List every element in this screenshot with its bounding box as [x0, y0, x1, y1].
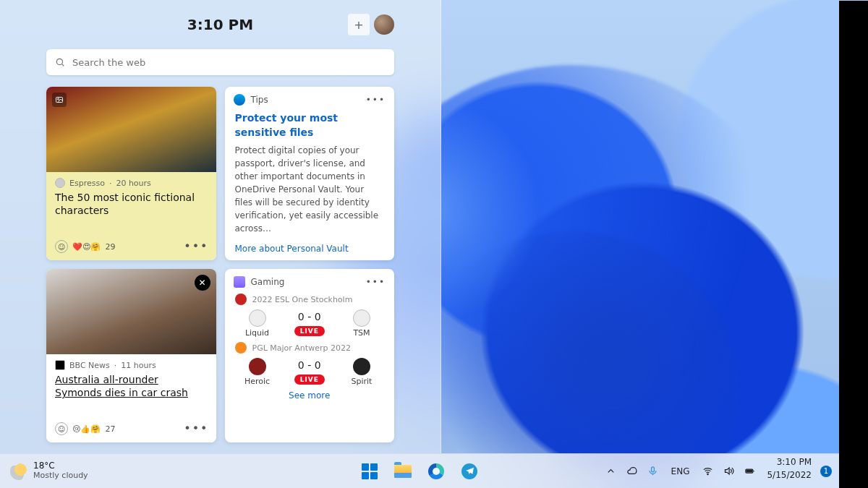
source-name: Espresso: [69, 179, 105, 188]
svg-point-0: [56, 59, 62, 64]
news-thumbnail: [46, 87, 216, 172]
news-source: BBC News · 11 hours: [55, 360, 208, 370]
weather-widget-button[interactable]: 18°C Mostly cloudy: [0, 454, 98, 488]
source-icon: [55, 360, 65, 370]
gaming-card[interactable]: Gaming ••• 2022 ESL One Stockholm Liquid…: [225, 269, 395, 442]
taskbar-time: 3:10 PM: [777, 457, 812, 467]
team-icon: [353, 358, 370, 375]
svg-rect-4: [651, 467, 654, 472]
svg-point-3: [58, 98, 59, 100]
tournament-name: 2022 ESL One Stockholm: [225, 291, 395, 308]
add-reaction-button[interactable]: ☺: [55, 422, 68, 435]
wifi-button[interactable]: [698, 457, 718, 486]
tips-icon: [234, 94, 245, 106]
live-badge: LIVE: [294, 326, 325, 336]
team-icon: [249, 309, 266, 327]
team-name: Liquid: [245, 328, 269, 338]
user-avatar[interactable]: [374, 14, 394, 35]
news-card[interactable]: Espresso · 20 hours The 50 most iconic f…: [46, 87, 216, 260]
see-more-link[interactable]: See more: [225, 388, 395, 403]
taskbar-date: 5/15/2022: [767, 470, 812, 480]
svg-point-5: [707, 474, 708, 474]
news-headline: The 50 most iconic fictional characters: [55, 191, 208, 217]
dismiss-button[interactable]: ✕: [195, 275, 210, 291]
start-button[interactable]: [355, 457, 384, 486]
source-name: BBC News: [69, 361, 110, 370]
widgets-panel: 3:10 PM + Espresso: [0, 0, 441, 453]
battery-button[interactable]: [740, 457, 760, 486]
clock-button[interactable]: 3:10 PM 5/15/2022: [761, 457, 817, 486]
card-more-button[interactable]: •••: [184, 421, 208, 435]
language-button[interactable]: ENG: [664, 457, 697, 486]
widgets-clock: 3:10 PM: [187, 16, 253, 33]
microphone-icon: [647, 466, 658, 476]
news-thumbnail: ✕: [46, 269, 216, 354]
search-input[interactable]: [72, 57, 386, 68]
card-more-button[interactable]: •••: [366, 95, 386, 105]
gaming-icon: [234, 276, 245, 288]
windows-icon: [362, 463, 378, 479]
search-icon: [55, 57, 65, 67]
edge-button[interactable]: [422, 457, 451, 486]
tips-body: Protect digital copies of your passport,…: [225, 140, 395, 239]
tray-overflow-button[interactable]: [601, 457, 621, 486]
microphone-tray-icon[interactable]: [643, 457, 663, 486]
notifications-button[interactable]: 1: [820, 466, 832, 477]
svg-rect-8: [747, 470, 753, 472]
match-score: 0 - 0: [294, 359, 325, 371]
taskbar: 18°C Mostly cloudy ENG: [0, 453, 839, 488]
gaming-label: Gaming: [251, 277, 285, 287]
tips-card[interactable]: Tips ••• Protect your most sensitive fil…: [225, 87, 395, 260]
battery-icon: [744, 466, 755, 476]
team-name: TSM: [353, 328, 370, 338]
live-badge: LIVE: [294, 374, 325, 385]
page-dots[interactable]: [225, 258, 395, 260]
folder-icon: [394, 465, 412, 478]
tournament-icon: [235, 294, 247, 305]
weather-desc: Mostly cloudy: [33, 471, 88, 481]
match-score: 0 - 0: [294, 311, 325, 322]
team-icon: [249, 358, 266, 375]
widgets-header: 3:10 PM +: [46, 9, 394, 40]
tips-title: Protect your most sensitive files: [225, 108, 395, 140]
tournament-name: PGL Major Antwerp 2022: [225, 339, 395, 356]
gallery-icon: [52, 93, 67, 107]
speaker-icon: [723, 466, 734, 476]
search-box[interactable]: [46, 49, 394, 75]
volume-button[interactable]: [719, 457, 739, 486]
reaction-count: 27: [105, 424, 115, 434]
weather-temp: 18°C: [33, 461, 88, 471]
weather-icon: [10, 463, 27, 480]
tips-label: Tips: [251, 95, 268, 105]
reaction-count: 29: [105, 242, 115, 252]
tournament-icon: [235, 342, 247, 354]
add-widget-button[interactable]: +: [348, 14, 370, 35]
team-name: Spirit: [352, 377, 373, 386]
match-row[interactable]: Heroic 0 - 0 LIVE Spirit: [225, 356, 395, 388]
telegram-icon: [461, 463, 477, 479]
team-name: Heroic: [244, 377, 270, 386]
reaction-icons: ❤️😍🤗: [72, 242, 101, 252]
news-age: 20 hours: [116, 179, 150, 188]
svg-marker-6: [726, 468, 730, 474]
wifi-icon: [702, 466, 713, 476]
file-explorer-button[interactable]: [388, 457, 417, 486]
tips-link[interactable]: More about Personal Vault: [225, 239, 395, 258]
match-row[interactable]: Liquid 0 - 0 LIVE TSM: [225, 308, 395, 339]
news-source: Espresso · 20 hours: [55, 178, 208, 188]
cloud-icon: [626, 466, 637, 476]
card-more-button[interactable]: •••: [184, 239, 208, 253]
source-icon: [55, 178, 65, 188]
edge-icon: [428, 463, 444, 479]
team-icon: [353, 309, 370, 327]
news-age: 11 hours: [121, 361, 156, 370]
chevron-up-icon: [605, 466, 616, 476]
svg-line-1: [62, 64, 64, 67]
onedrive-tray-icon[interactable]: [622, 457, 642, 486]
reaction-icons: 😢👍🤗: [72, 424, 101, 434]
card-more-button[interactable]: •••: [366, 277, 386, 287]
add-reaction-button[interactable]: ☺: [55, 240, 68, 253]
news-card[interactable]: ✕ BBC News · 11 hours Australia all-roun…: [46, 269, 216, 442]
news-headline: Australia all-rounder Symonds dies in ca…: [55, 373, 208, 399]
telegram-button[interactable]: [455, 457, 484, 486]
